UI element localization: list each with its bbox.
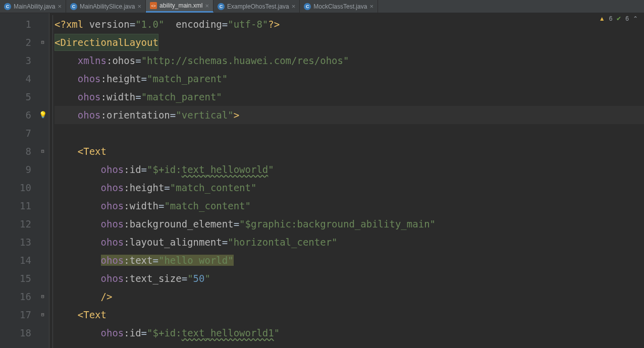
tab-mainability-java[interactable]: CMainAbility.java× [0, 0, 66, 13]
close-icon[interactable]: × [369, 3, 373, 10]
code-area[interactable]: ▲ 6 ✔ 6 ⌃ <?xml version="1.0" encoding="… [49, 13, 644, 348]
line-number: 16 [0, 287, 36, 306]
code-line[interactable]: ohos:id="$+id:text_helloworld1" [55, 324, 644, 342]
close-icon[interactable]: × [58, 3, 62, 10]
gutter-mark [36, 70, 49, 88]
gutter-mark[interactable]: ⊟ [36, 33, 49, 51]
line-number: 7 [0, 124, 36, 142]
java-class-icon: C [218, 3, 225, 10]
line-number: 9 [0, 160, 36, 179]
line-number: 2 [0, 33, 36, 51]
pass-count: 6 [625, 15, 629, 22]
line-number: 10 [0, 179, 36, 197]
editor-pane: 123456789101112131415161718 ⊟💡⊟⊟⊟ ▲ 6 ✔ … [0, 13, 644, 348]
line-number: 11 [0, 197, 36, 215]
gutter-mark [36, 179, 49, 197]
tab-label: MockClassTest.java [313, 3, 367, 10]
xml-file-icon: <> [150, 2, 157, 9]
line-number: 14 [0, 251, 36, 269]
line-number: 18 [0, 324, 36, 342]
code-line[interactable]: ohos:orientation="vertical"> [55, 106, 644, 124]
code-line[interactable]: /> [55, 287, 644, 306]
code-line[interactable]: xmlns:ohos="http://schemas.huawei.com/re… [55, 51, 644, 70]
editor-tabs: CMainAbility.java×CMainAbilitySlice.java… [0, 0, 644, 13]
code-line[interactable] [55, 124, 644, 142]
matched-tag-highlight: <DirectionalLayout [55, 34, 158, 51]
tab-exampleohostest-java[interactable]: CExampleOhosTest.java× [213, 0, 300, 13]
code-line[interactable]: <Text [55, 306, 644, 324]
close-icon[interactable]: × [205, 3, 209, 9]
inspection-widget[interactable]: ▲ 6 ✔ 6 ⌃ [599, 15, 638, 22]
chevron-up-icon[interactable]: ⌃ [633, 15, 638, 22]
line-number: 13 [0, 233, 36, 251]
code-line[interactable]: <Text [55, 142, 644, 160]
gutter-mark [36, 269, 49, 287]
fold-close-icon[interactable]: ⊟ [41, 287, 44, 306]
tab-label: ability_main.xml [159, 2, 202, 9]
line-number: 3 [0, 51, 36, 70]
java-class-icon: C [304, 3, 311, 10]
tab-label: MainAbilitySlice.java [80, 3, 135, 10]
selection-highlight: ohos:text="hello world" [101, 255, 234, 266]
line-number: 17 [0, 306, 36, 324]
gutter-mark [36, 15, 49, 33]
gutter-mark [36, 324, 49, 342]
line-number: 1 [0, 15, 36, 33]
warning-count: 6 [609, 15, 613, 22]
code-line[interactable]: ohos:background_element="$graphic:backgr… [55, 215, 644, 233]
gutter-mark [36, 251, 49, 269]
line-number: 4 [0, 70, 36, 88]
code-line[interactable]: ohos:height="match_content" [55, 179, 644, 197]
tab-label: MainAbility.java [14, 3, 55, 10]
gutter-mark [36, 124, 49, 142]
java-class-icon: C [70, 3, 77, 10]
code-line[interactable]: ohos:id="$+id:text_helloworld" [55, 160, 644, 179]
line-number: 8 [0, 142, 36, 160]
code-line[interactable]: ohos:width="match_content" [55, 197, 644, 215]
line-number: 12 [0, 215, 36, 233]
indent-guide [52, 15, 53, 348]
tab-label: ExampleOhosTest.java [227, 3, 289, 10]
code-line[interactable]: ohos:height="match_parent" [55, 70, 644, 88]
marks-gutter: ⊟💡⊟⊟⊟ [36, 13, 49, 348]
intention-bulb-icon[interactable]: 💡 [39, 106, 47, 124]
code-line[interactable]: <?xml version="1.0" encoding="utf-8"?> [55, 15, 644, 33]
code-line[interactable]: <DirectionalLayout [55, 33, 644, 51]
line-number: 6 [0, 106, 36, 124]
tab-ability_main-xml[interactable]: <>ability_main.xml× [146, 0, 213, 13]
close-icon[interactable]: × [292, 3, 296, 10]
tab-mockclasstest-java[interactable]: CMockClassTest.java× [300, 0, 378, 13]
fold-open-icon[interactable]: ⊟ [41, 142, 44, 160]
gutter-mark [36, 88, 49, 106]
java-class-icon: C [4, 3, 11, 10]
line-number: 5 [0, 88, 36, 106]
gutter-mark[interactable]: ⊟ [36, 287, 49, 306]
line-number: 15 [0, 269, 36, 287]
warning-icon: ▲ [599, 15, 605, 22]
gutter-mark[interactable]: ⊟ [36, 306, 49, 324]
gutter-mark [36, 51, 49, 70]
tab-mainabilityslice-java[interactable]: CMainAbilitySlice.java× [66, 0, 146, 13]
line-number-gutter: 123456789101112131415161718 [0, 13, 36, 348]
fold-open-icon[interactable]: ⊟ [41, 33, 44, 51]
gutter-mark [36, 233, 49, 251]
code-line[interactable]: ohos:text="hello world" [55, 251, 644, 269]
gutter-mark [36, 197, 49, 215]
code-line[interactable]: ohos:layout_alignment="horizontal_center… [55, 233, 644, 251]
close-icon[interactable]: × [137, 3, 141, 10]
gutter-mark[interactable]: ⊟ [36, 142, 49, 160]
fold-open-icon[interactable]: ⊟ [41, 306, 44, 324]
code-line[interactable]: ohos:width="match_parent" [55, 88, 644, 106]
check-icon: ✔ [616, 15, 621, 22]
gutter-mark [36, 215, 49, 233]
gutter-mark [36, 160, 49, 179]
gutter-mark[interactable]: 💡 [36, 106, 49, 124]
code-line[interactable]: ohos:text_size="50" [55, 269, 644, 287]
